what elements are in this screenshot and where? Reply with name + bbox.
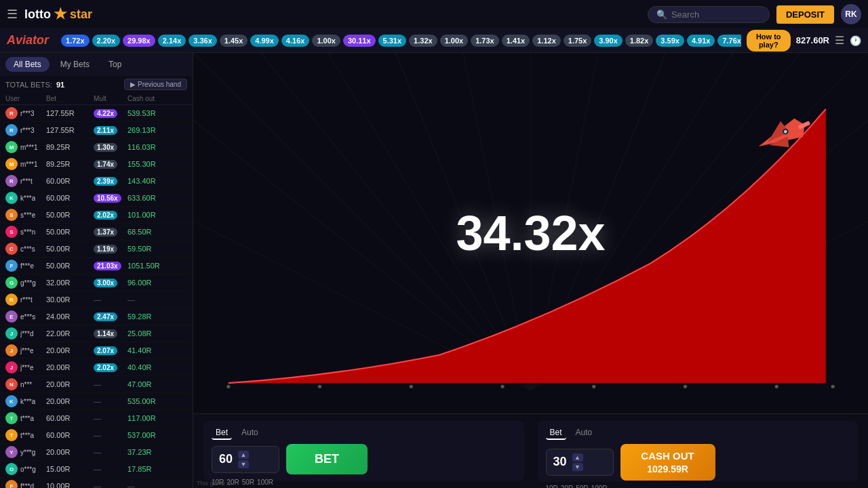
bet-amount-box-2: 30 ▲ ▼ [546,449,614,476]
bet-increase-1[interactable]: ▲ [238,451,249,459]
tab-bet-2[interactable]: Bet [546,426,566,440]
multiplier-badge[interactable]: 1.72x [61,35,90,47]
bet-tab-my-bets[interactable]: My Bets [52,57,98,72]
bet-amount-cell: 60.00R [46,431,94,439]
user-avatar-sm: T [5,429,18,441]
user-name: f***d [20,483,34,489]
table-row: Rr***t60.00R2.39x143.40R [0,173,193,190]
bet-amount-cell: 22.00R [46,329,94,338]
mult-pill: 1.14x [94,329,117,338]
search-box[interactable]: 🔍 [648,6,770,23]
bets-list: Rr***3127.55R4.22x539.53RRr***3127.55R2.… [0,105,193,488]
deposit-button[interactable]: DEPOSIT [776,5,834,24]
previous-hand-button[interactable]: ▶ Previous hand [124,79,187,90]
multiplier-badge[interactable]: 1.41x [502,35,530,47]
settings-icon[interactable]: ☰ [835,34,844,47]
user-cell: Mm***1 [5,141,46,153]
table-row: Kk***a60.00R10.56x633.60R [0,190,193,207]
cashout-cell: 116.03R [127,143,187,151]
multiplier-badge[interactable]: 3.59x [656,35,684,47]
cashout-cell: 25.08R [127,329,187,338]
game-header-bar: Aviator 1.72x2.20x29.98x2.14x3.36x1.45x4… [0,28,868,53]
multiplier-badge[interactable]: 2.14x [158,35,186,47]
multiplier-badge[interactable]: 1.45x [220,35,248,47]
multiplier-badge[interactable]: 1.00x [440,35,469,47]
table-row: Jj***e20.00R2.07x41.40R [0,342,193,359]
multiplier-badge[interactable]: 1.75x [564,35,592,47]
mult-cell: 1.74x [94,160,127,168]
bet-panel-1: Bet Auto 60 ▲ ▼ BET 10R 20R [203,421,524,481]
how-to-play-button[interactable]: How to play? [747,30,791,52]
user-avatar-sm: R [5,124,18,136]
multiplier-badge[interactable]: 4.16x [281,35,310,47]
clock-icon[interactable]: 🕐 [850,35,861,46]
bet-tab-all-bets[interactable]: All Bets [5,57,50,72]
svg-point-20 [592,385,595,388]
cashout-cell: 96.00R [127,279,187,287]
cashout-button[interactable]: CASH OUT 1029.59R [620,444,715,481]
cashout-cell: 633.60R [127,194,187,202]
user-name: m***1 [20,161,38,168]
multiplier-badge[interactable]: 4.99x [250,35,279,47]
hamburger-icon[interactable]: ☰ [7,7,18,22]
top-navigation: ☰ lotto★star 🔍 DEPOSIT RK [0,0,868,28]
user-avatar-sm: M [5,158,18,170]
bet-decrease-1[interactable]: ▼ [238,460,249,468]
user-name: y***g [20,449,35,456]
bet-increase-2[interactable]: ▲ [572,453,583,462]
multiplier-badge[interactable]: 1.00x [312,35,340,47]
user-avatar[interactable]: RK [841,4,861,24]
table-row: Ff***d10.00R—— [0,478,193,488]
multiplier-badge[interactable]: 1.73x [471,35,499,47]
bet-panel-2-main: 30 ▲ ▼ CASH OUT 1029.59R [546,444,850,481]
multiplier-badge[interactable]: 30.11x [343,35,376,47]
bet-amount-box-1: 60 ▲ ▼ [212,446,279,473]
table-row: Mm***189.25R1.30x116.03R [0,139,193,156]
cashout-cell: — [127,482,187,488]
multiplier-badge[interactable]: 4.91x [687,35,715,47]
table-row: Ff***e50.00R21.03x1051.50R [0,258,193,274]
user-cell: Ff***e [5,260,46,272]
mult-cell: 2.07x [94,346,127,354]
multiplier-badge[interactable]: 3.36x [189,35,217,47]
cashout-cell: 117.00R [127,414,187,422]
multiplier-badge[interactable]: 1.32x [409,35,437,47]
bet-tab-top[interactable]: Top [100,57,130,72]
user-avatar-sm: J [5,327,18,340]
multiplier-badge[interactable]: 2.20x [92,35,121,47]
cashout-amount: 1029.59R [634,463,702,475]
quick-50r-1[interactable]: 50R [242,479,254,486]
bet-decrease-2[interactable]: ▼ [572,463,583,471]
multiplier-badge[interactable]: 5.31x [378,35,407,47]
tab-auto-2[interactable]: Auto [572,426,597,440]
cashout-cell: 41.40R [127,346,187,354]
multiplier-badge[interactable]: 1.82x [625,35,654,47]
search-input[interactable] [671,9,753,20]
quick-10r-2[interactable]: 10R [546,485,558,488]
tab-bet-1[interactable]: Bet [212,426,232,440]
quick-100r-2[interactable]: 100R [591,485,608,488]
mult-pill: 2.02x [94,363,117,372]
mult-pill: 1.74x [94,160,117,169]
bet-amount-cell: 30.00R [46,296,94,304]
multiplier-badge[interactable]: 1.12x [532,35,561,47]
svg-point-22 [775,385,778,388]
quick-100r-1[interactable]: 100R [257,479,273,486]
bet-button[interactable]: BET [286,444,368,474]
quick-20r-2[interactable]: 20R [561,485,573,488]
multiplier-badge[interactable]: 3.90x [594,35,623,47]
cashout-cell: 101.00R [127,211,187,219]
bet-amount-cell: 89.25R [46,160,94,168]
user-avatar-sm: J [5,344,18,357]
user-name: k***a [20,398,35,405]
tab-auto-1[interactable]: Auto [237,426,262,440]
svg-point-17 [318,385,321,388]
cashout-label: CASH OUT [634,449,702,463]
bet-amount-cell: 127.55R [46,109,94,117]
bet-stepper-1: ▲ ▼ [238,451,249,468]
multiplier-badge[interactable]: 29.98x [123,35,155,47]
multiplier-badge[interactable]: 7.76x [717,35,741,47]
user-avatar-sm: S [5,226,18,238]
quick-50r-2[interactable]: 50R [576,485,588,488]
table-row: Kk***a20.00R—535.00R [0,393,193,410]
